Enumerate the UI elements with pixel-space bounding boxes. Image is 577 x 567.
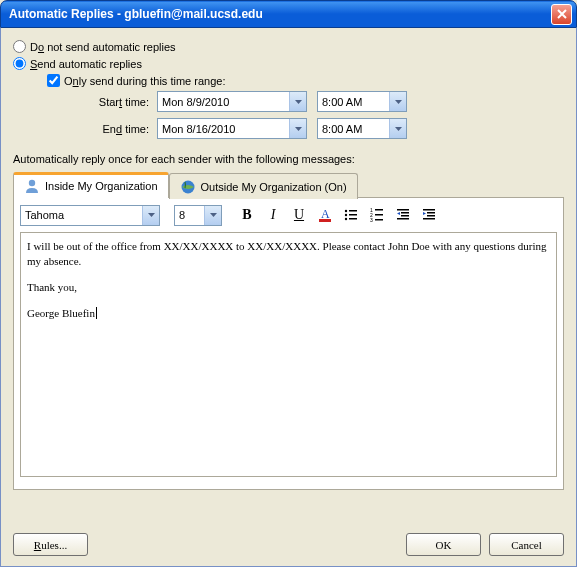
ok-button[interactable]: OK bbox=[406, 533, 481, 556]
radio-do-not-send-row: Do not send automatic replies bbox=[13, 40, 564, 53]
tab-outside-label: Outside My Organization (On) bbox=[201, 181, 347, 193]
titlebar[interactable]: Automatic Replies - gbluefin@mail.ucsd.e… bbox=[0, 0, 577, 28]
font-color-button[interactable]: A bbox=[314, 204, 336, 226]
globe-icon bbox=[180, 179, 196, 195]
outdent-icon bbox=[395, 207, 411, 223]
chevron-down-icon[interactable] bbox=[289, 92, 306, 111]
radio-send-label[interactable]: Send automatic replies bbox=[30, 58, 142, 70]
start-time-dropdown[interactable]: 8:00 AM bbox=[317, 91, 407, 112]
check-time-range-row: Only send during this time range: bbox=[47, 74, 564, 87]
svg-rect-23 bbox=[423, 218, 435, 220]
svg-point-4 bbox=[345, 210, 347, 212]
chevron-down-icon[interactable] bbox=[142, 206, 159, 225]
dialog-content: Do not send automatic replies Send autom… bbox=[0, 28, 577, 567]
end-time-row: End time: Mon 8/16/2010 8:00 AM bbox=[69, 118, 564, 139]
radio-do-not-send[interactable] bbox=[13, 40, 26, 53]
svg-text:3: 3 bbox=[370, 217, 373, 223]
start-date-dropdown[interactable]: Mon 8/9/2010 bbox=[157, 91, 307, 112]
editor-line: Thank you, bbox=[27, 280, 550, 295]
dialog-footer: Rules... OK Cancel bbox=[13, 533, 564, 556]
font-color-icon: A bbox=[317, 207, 333, 223]
end-time-dropdown[interactable]: 8:00 AM bbox=[317, 118, 407, 139]
svg-point-6 bbox=[345, 214, 347, 216]
check-time-range[interactable] bbox=[47, 74, 60, 87]
chevron-down-icon[interactable] bbox=[389, 119, 406, 138]
close-icon bbox=[557, 9, 567, 19]
radio-send[interactable] bbox=[13, 57, 26, 70]
bullet-list-icon bbox=[343, 207, 359, 223]
font-value: Tahoma bbox=[25, 209, 142, 221]
number-list-button[interactable]: 123 bbox=[366, 204, 388, 226]
svg-rect-13 bbox=[375, 214, 383, 216]
svg-rect-20 bbox=[423, 209, 435, 211]
editor-line: George Bluefin bbox=[27, 306, 550, 321]
svg-text:A: A bbox=[321, 207, 330, 221]
svg-rect-18 bbox=[401, 215, 409, 217]
svg-rect-9 bbox=[349, 218, 357, 220]
start-time-value: 8:00 AM bbox=[322, 96, 389, 108]
number-list-icon: 123 bbox=[369, 207, 385, 223]
check-time-range-label[interactable]: Only send during this time range: bbox=[64, 75, 225, 87]
radio-do-not-send-label[interactable]: Do not send automatic replies bbox=[30, 41, 176, 53]
svg-point-0 bbox=[29, 180, 35, 186]
svg-rect-21 bbox=[427, 212, 435, 214]
indent-button[interactable] bbox=[418, 204, 440, 226]
editor-line: I will be out of the office from XX/XX/X… bbox=[27, 239, 550, 269]
bullet-list-button[interactable] bbox=[340, 204, 362, 226]
svg-rect-11 bbox=[375, 209, 383, 211]
end-date-dropdown[interactable]: Mon 8/16/2010 bbox=[157, 118, 307, 139]
svg-rect-17 bbox=[401, 212, 409, 214]
underline-button[interactable]: U bbox=[288, 204, 310, 226]
indent-icon bbox=[421, 207, 437, 223]
end-time-label: End time: bbox=[69, 123, 149, 135]
svg-rect-16 bbox=[397, 209, 409, 211]
svg-rect-5 bbox=[349, 210, 357, 212]
svg-rect-15 bbox=[375, 219, 383, 221]
tab-strip: Inside My Organization Outside My Organi… bbox=[13, 171, 564, 198]
close-button[interactable] bbox=[551, 4, 572, 25]
editor-panel: Tahoma 8 B I U A 123 bbox=[13, 198, 564, 490]
svg-rect-3 bbox=[319, 219, 331, 222]
bold-button[interactable]: B bbox=[236, 204, 258, 226]
font-size-dropdown[interactable]: 8 bbox=[174, 205, 222, 226]
svg-rect-19 bbox=[397, 218, 409, 220]
time-range-grid: Start time: Mon 8/9/2010 8:00 AM End tim… bbox=[69, 91, 564, 139]
start-date-value: Mon 8/9/2010 bbox=[162, 96, 289, 108]
cancel-button[interactable]: Cancel bbox=[489, 533, 564, 556]
tab-outside-org[interactable]: Outside My Organization (On) bbox=[169, 173, 358, 199]
svg-rect-7 bbox=[349, 214, 357, 216]
end-date-value: Mon 8/16/2010 bbox=[162, 123, 289, 135]
person-icon bbox=[24, 178, 40, 194]
message-editor[interactable]: I will be out of the office from XX/XX/X… bbox=[20, 232, 557, 477]
start-time-row: Start time: Mon 8/9/2010 8:00 AM bbox=[69, 91, 564, 112]
end-time-value: 8:00 AM bbox=[322, 123, 389, 135]
font-dropdown[interactable]: Tahoma bbox=[20, 205, 160, 226]
svg-point-8 bbox=[345, 218, 347, 220]
outdent-button[interactable] bbox=[392, 204, 414, 226]
tab-inside-org[interactable]: Inside My Organization bbox=[13, 172, 169, 198]
tab-inside-label: Inside My Organization bbox=[45, 180, 158, 192]
svg-rect-22 bbox=[427, 215, 435, 217]
chevron-down-icon[interactable] bbox=[204, 206, 221, 225]
instructions-text: Automatically reply once for each sender… bbox=[13, 153, 564, 165]
rules-button[interactable]: Rules... bbox=[13, 533, 88, 556]
italic-button[interactable]: I bbox=[262, 204, 284, 226]
radio-send-row: Send automatic replies bbox=[13, 57, 564, 70]
font-size-value: 8 bbox=[179, 209, 204, 221]
window-title: Automatic Replies - gbluefin@mail.ucsd.e… bbox=[9, 7, 551, 21]
chevron-down-icon[interactable] bbox=[289, 119, 306, 138]
editor-toolbar: Tahoma 8 B I U A 123 bbox=[20, 204, 557, 226]
chevron-down-icon[interactable] bbox=[389, 92, 406, 111]
start-time-label: Start time: bbox=[69, 96, 149, 108]
